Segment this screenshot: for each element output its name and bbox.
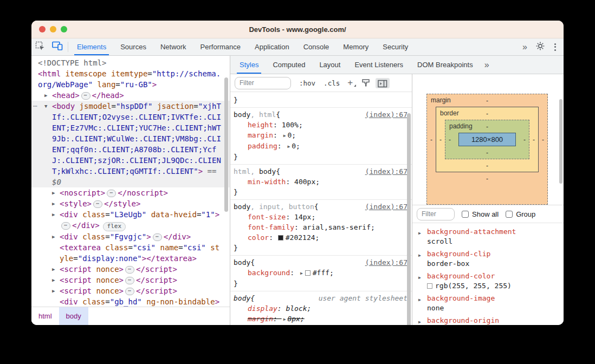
css-property[interactable]: display: block; — [234, 303, 408, 314]
dom-tree-scrollbar[interactable] — [224, 77, 228, 212]
box-model-border[interactable]: border - - padding — [436, 107, 539, 172]
stylesheet-source-link[interactable]: (index):67 — [361, 202, 408, 212]
box-model-content[interactable]: 1280×800 — [458, 133, 516, 146]
dom-node-line[interactable]: ▶<style>⋯</style> — [31, 198, 230, 209]
customize-devtools-button[interactable] — [549, 43, 561, 51]
more-sidebar-tabs-button[interactable]: » — [480, 60, 494, 70]
expand-children-ellipsis-button[interactable]: ⋯ — [93, 200, 102, 208]
tab-security[interactable]: Security — [377, 38, 413, 55]
computed-property[interactable]: ▶background-imagenone — [412, 294, 564, 316]
css-property[interactable]: margin: ▶0; — [234, 130, 408, 141]
stylesheet-source-link[interactable]: (index):67 — [361, 257, 408, 268]
tab-application[interactable]: Application — [249, 38, 295, 55]
computed-property[interactable]: ▶background-originpadding-box — [412, 316, 564, 325]
node-expand-arrow-icon[interactable]: ▶ — [52, 285, 60, 296]
computed-property[interactable]: ▶background-attachmentscroll — [412, 227, 564, 249]
computed-property[interactable]: ▶background-colorrgb(255, 255, 255) — [412, 271, 564, 294]
window-titlebar[interactable]: DevTools - www.google.com/ — [31, 21, 564, 38]
breadcrumb-body[interactable]: body — [59, 307, 88, 325]
expand-value-arrow-icon[interactable]: ▶ — [287, 141, 290, 152]
dom-node-line[interactable]: <textarea class="csi" name="csi" style="… — [31, 242, 230, 264]
dom-node-line[interactable]: <html itemscope itemtype="http://schema.… — [31, 68, 230, 90]
dom-node-line[interactable]: ⋯▼<body jsmodel="hspDDf" jsaction="xjhTI… — [31, 101, 230, 187]
expand-children-ellipsis-button[interactable]: ⋯ — [125, 277, 134, 284]
zoom-window-button[interactable] — [61, 26, 67, 32]
expand-property-arrow-icon[interactable]: ▶ — [418, 251, 421, 261]
more-tabs-button[interactable]: » — [518, 42, 532, 52]
css-property[interactable]: margin: ▶8px; — [234, 314, 408, 324]
expand-value-arrow-icon[interactable]: ▶ — [283, 314, 286, 324]
box-model-margin[interactable]: margin - - border - — [426, 94, 548, 205]
tab-elements[interactable]: Elements — [72, 38, 112, 55]
expand-property-arrow-icon[interactable]: ▶ — [418, 273, 421, 283]
rule-selectors[interactable]: html, body — [234, 166, 276, 177]
css-property[interactable]: font-family: arial,sans-serif; — [234, 222, 408, 232]
node-expand-arrow-icon[interactable]: ▶ — [52, 264, 60, 275]
expand-children-ellipsis-button[interactable]: ⋯ — [125, 266, 134, 274]
node-expand-arrow-icon[interactable]: ▶ — [52, 275, 60, 285]
expand-value-arrow-icon[interactable]: ▶ — [283, 131, 286, 141]
tab-performance[interactable]: Performance — [195, 38, 246, 55]
close-window-button[interactable] — [39, 26, 46, 32]
show-all-checkbox[interactable] — [462, 211, 469, 218]
stylesheet-source-link[interactable]: (index):67 — [361, 109, 408, 120]
css-property[interactable]: background: ▶#fff; — [234, 268, 408, 278]
margin-right-value[interactable]: - — [539, 136, 547, 144]
expand-property-arrow-icon[interactable]: ▶ — [418, 317, 421, 325]
dom-node-line[interactable]: <div class="gb_hd" ng-non-bindable> — [31, 296, 230, 307]
expand-children-ellipsis-button[interactable]: ⋯ — [153, 233, 162, 241]
dom-node-line[interactable]: <!DOCTYPE html> — [31, 57, 230, 68]
border-bottom-value[interactable]: - — [486, 162, 488, 170]
color-swatch[interactable] — [278, 235, 283, 240]
computed-scrollbar[interactable] — [559, 99, 562, 184]
border-right-value[interactable]: - — [529, 136, 538, 144]
rule-selectors[interactable]: body — [234, 293, 250, 303]
padding-top-value[interactable]: - — [486, 123, 488, 131]
border-top-value[interactable]: - — [486, 110, 488, 118]
margin-bottom-value[interactable]: - — [486, 175, 488, 183]
settings-button[interactable] — [532, 41, 549, 53]
tab-network[interactable]: Network — [155, 38, 192, 55]
expand-children-ellipsis-button[interactable]: ⋯ — [61, 222, 70, 230]
tab-console[interactable]: Console — [298, 38, 335, 55]
node-expand-arrow-icon[interactable]: ▶ — [52, 187, 60, 198]
stylesheet-source-link[interactable]: (index):67 — [361, 166, 408, 177]
inspect-element-button[interactable] — [31, 38, 49, 55]
expand-value-arrow-icon[interactable]: ▶ — [300, 268, 303, 278]
expand-property-arrow-icon[interactable]: ▶ — [418, 229, 421, 238]
margin-left-value[interactable]: - — [427, 136, 436, 144]
tab-dom-breakpoints[interactable]: DOM Breakpoints — [412, 56, 478, 74]
toggle-computed-sidebar-button[interactable] — [376, 78, 390, 88]
styles-filter-input[interactable] — [235, 77, 291, 89]
toggle-device-toolbar-button[interactable] — [49, 38, 66, 55]
computed-property[interactable]: ▶background-clipborder-box — [412, 249, 564, 271]
dom-node-line[interactable]: ▶<div class="Fgvgjc">⋯</div> — [31, 231, 230, 242]
rule-selectors[interactable]: body — [234, 257, 250, 268]
new-style-rule-button[interactable]: + — [347, 79, 353, 87]
tab-computed[interactable]: Computed — [267, 56, 311, 74]
css-property[interactable]: color: #202124; — [234, 232, 408, 243]
node-collapse-arrow-icon[interactable]: ▼ — [44, 101, 52, 187]
expand-children-ellipsis-button[interactable]: ⋯ — [125, 288, 134, 295]
dom-node-line[interactable]: ▶<script nonce>⋯</script> — [31, 285, 230, 296]
dom-node-line[interactable]: ▶<div class="L3eUgb" data-hveid="1">⋯</d… — [31, 209, 230, 231]
rule-selectors[interactable]: body, input, button — [234, 202, 314, 212]
padding-bottom-value[interactable]: - — [486, 149, 488, 157]
node-expand-arrow-icon[interactable]: ▶ — [52, 231, 60, 242]
padding-left-value[interactable]: - — [445, 136, 454, 144]
tab-layout[interactable]: Layout — [314, 56, 346, 74]
expand-children-ellipsis-button[interactable]: ⋯ — [81, 92, 90, 100]
padding-right-value[interactable]: - — [520, 136, 529, 144]
dom-node-line[interactable]: ▶<script nonce>⋯</script> — [31, 275, 230, 285]
node-gutter-ellipsis-icon[interactable]: ⋯ — [33, 101, 37, 112]
expand-property-arrow-icon[interactable]: ▶ — [418, 295, 421, 305]
tab-styles[interactable]: Styles — [234, 56, 264, 74]
rendering-emulation-button[interactable] — [361, 79, 370, 87]
flex-badge[interactable]: flex — [103, 222, 126, 231]
css-property[interactable]: min-width: 400px; — [234, 177, 408, 187]
minimize-window-button[interactable] — [50, 26, 56, 32]
tab-memory[interactable]: Memory — [338, 38, 374, 55]
css-property[interactable]: font-size: 14px; — [234, 212, 408, 222]
dom-node-line[interactable]: ▶<noscript>⋯</noscript> — [31, 187, 230, 198]
tab-sources[interactable]: Sources — [115, 38, 152, 55]
